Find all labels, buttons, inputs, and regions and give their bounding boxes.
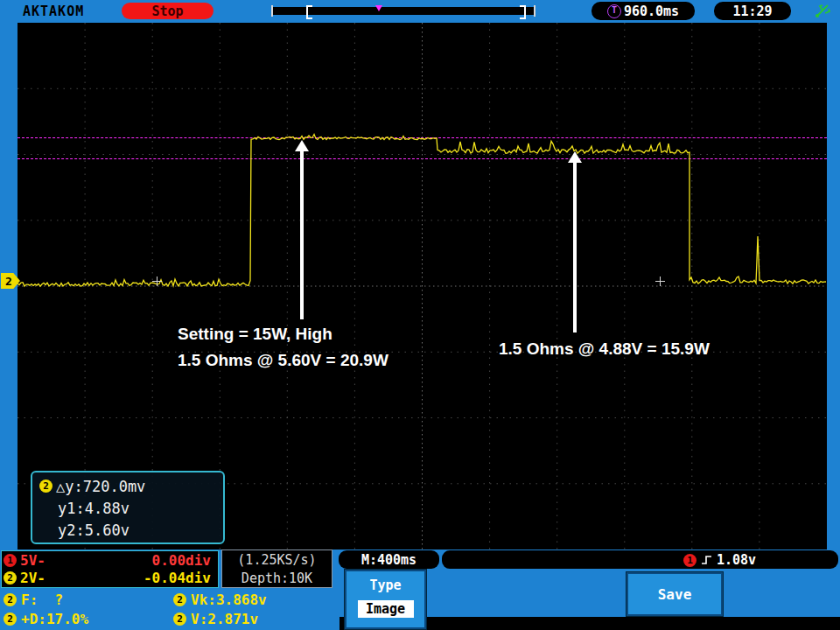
annotation-label-1: Setting = 15W, High 1.5 Ohms @ 5.60V = 2… <box>178 321 388 374</box>
arrow-head-icon <box>295 140 309 151</box>
annotation-arrow-1 <box>295 140 309 319</box>
clock-readout: 11:29 <box>714 2 791 20</box>
trigger-level-value: 1.08v <box>717 552 756 568</box>
cursor-delta-y: △y:720.0mv <box>56 478 145 495</box>
annotation-1-line-2: 1.5 Ohms @ 5.60V = 20.9W <box>178 347 388 374</box>
sample-rate: (1.25KS/s) <box>237 552 316 568</box>
trigger-t-icon: T <box>607 4 621 18</box>
arrow-shaft <box>573 163 577 332</box>
measurement-vavg: 2 V:2.871v <box>173 611 258 627</box>
memory-bar-right-tick <box>534 5 536 17</box>
channel2-offset: -0.04div <box>144 570 216 586</box>
channel1-offset: 0.00div <box>152 552 216 569</box>
measurement-vpk: 2 Vk:3.868v <box>173 592 267 608</box>
trigger-point-cross-icon <box>152 276 162 286</box>
channel2-badge: 2 <box>173 612 186 626</box>
measurement-duty-value: +D:17.0% <box>21 611 88 627</box>
annotation-label-2: 1.5 Ohms @ 4.88V = 15.9W <box>499 336 710 362</box>
arrow-head-icon <box>568 151 582 163</box>
channel2-badge: 2 <box>39 480 52 493</box>
window-bracket-right-icon <box>520 5 526 19</box>
trigger-position-marker-icon[interactable] <box>375 5 382 11</box>
trigger-position-bar[interactable] <box>271 7 536 15</box>
channel1-badge: 1 <box>4 554 17 567</box>
cursor-y2-value: y2:5.60v <box>58 522 130 539</box>
oscilloscope-screen: AKTAKOM Stop T 960.0ms 11:29 2 △y:720.0m… <box>0 0 840 630</box>
channel2-badge: 2 <box>173 593 186 606</box>
channel2-settings: 2 2V- -0.04div <box>4 570 216 586</box>
channel2-badge: 2 <box>4 593 17 606</box>
measurement-duty: 2 +D:17.0% <box>4 611 88 627</box>
timebase-readout: M:400ms <box>339 550 439 569</box>
measurement-frequency-value: F: ? <box>21 592 63 608</box>
annotation-arrow-2 <box>568 151 582 332</box>
channel2-badge: 2 <box>4 612 17 626</box>
type-button-selected-value[interactable]: Image <box>358 600 414 618</box>
memory-bar-left-tick <box>271 5 273 17</box>
acquisition-status-badge: Stop <box>122 3 214 19</box>
arrow-shaft <box>300 151 304 319</box>
channel-settings-box: 1 5V- 0.00div 2 2V- -0.04div <box>1 550 219 588</box>
type-button[interactable]: Type Image <box>345 570 426 629</box>
channel1-scale: 5V- <box>20 552 46 569</box>
type-button-label: Type <box>346 578 424 593</box>
measurement-vavg-value: V:2.871v <box>191 611 258 627</box>
channel2-scale: 2V- <box>20 570 46 586</box>
brand-logo: AKTAKOM <box>23 4 84 19</box>
trigger-source-badge: 1 <box>683 554 696 567</box>
measurement-frequency: 2 F: ? <box>4 592 63 608</box>
window-bracket-left-icon <box>306 5 312 19</box>
status-bar: 1 5V- 0.00div 2 2V- -0.04div (1.25KS/s) … <box>0 550 840 630</box>
acquisition-info-box: (1.25KS/s) Depth:10K <box>221 550 332 588</box>
waveform-display: 2 △y:720.0mv y1:4.88v y2:5.60v Setting =… <box>18 23 827 550</box>
channel2-badge: 2 <box>4 571 17 584</box>
measurement-vpk-value: Vk:3.868v <box>191 592 267 608</box>
trigger-status-strip: 1 1.08v <box>442 550 838 569</box>
memory-depth: Depth:10K <box>242 570 312 586</box>
cursor-measurement-box: 2 △y:720.0mv y1:4.88v y2:5.60v <box>31 471 225 544</box>
cursor-y1-value: y1:4.88v <box>58 500 130 517</box>
rising-edge-icon <box>700 553 713 567</box>
annotation-1-line-1: Setting = 15W, High <box>178 321 388 347</box>
trigger-delay-value: 960.0ms <box>624 4 679 19</box>
trigger-point-cross-icon <box>655 276 665 286</box>
usb-icon <box>814 2 833 19</box>
trigger-delay-readout: T 960.0ms <box>592 2 695 20</box>
trigger-level-readout: 1 1.08v <box>683 552 756 568</box>
channel1-settings: 1 5V- 0.00div <box>4 552 216 569</box>
save-button[interactable]: Save <box>626 572 723 616</box>
